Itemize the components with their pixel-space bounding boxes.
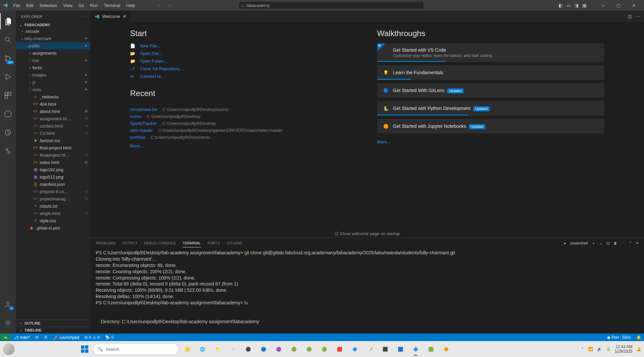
walkthrough-card[interactable]: ★Get Started with VS CodeCustomize your … xyxy=(377,43,605,62)
minimize-button[interactable]: ─ xyxy=(596,0,611,11)
menu-selection[interactable]: Selection xyxy=(37,2,60,9)
recent-item[interactable]: SportsTrackerC:\Users\unipodlp9\Desktop xyxy=(130,120,357,127)
panel-tab-gitlens[interactable]: GITLENS xyxy=(227,239,242,247)
status-radio[interactable]: 📡0 xyxy=(102,335,116,340)
status-branch[interactable]: ⎇ main* xyxy=(11,335,33,340)
menu-help[interactable]: Help xyxy=(123,2,138,9)
recent-item[interactable]: minubmwe-beC:\Users\unipodlp9\Desktop\iv… xyxy=(130,106,357,113)
recent-item[interactable]: elen-masterC:\Users\unipodlp9\Desktop\ga… xyxy=(130,127,357,134)
kill-terminal-icon[interactable]: 🗑 xyxy=(614,241,617,245)
activity-gitlens[interactable] xyxy=(0,125,16,140)
tree-file[interactable]: <>final-project.html xyxy=(16,144,90,151)
activity-source-control[interactable]: 191 xyxy=(0,50,16,66)
panel-tab-terminal[interactable]: TERMINAL xyxy=(182,239,201,247)
taskbar-notepad[interactable]: 📝 xyxy=(363,342,377,356)
menu-run[interactable]: Run xyxy=(87,2,101,9)
taskbar-volume-icon[interactable]: 🔊 xyxy=(597,347,602,351)
taskbar-explorer[interactable]: 📁 xyxy=(211,342,224,356)
walkthrough-card[interactable]: 🟠Get Started with Jupyter NotebooksUpdat… xyxy=(377,119,605,133)
tree-folder[interactable]: ›.vscode xyxy=(16,27,90,35)
taskbar-copilot[interactable]: 🟡 xyxy=(181,342,194,356)
menu-go[interactable]: Go xyxy=(76,2,87,9)
menu-edit[interactable]: Edit xyxy=(23,2,36,9)
tree-folder[interactable]: ›css xyxy=(16,57,90,64)
sidebar-section-outline[interactable]: › OUTLINE xyxy=(16,320,90,327)
close-button[interactable]: ✕ xyxy=(626,0,641,11)
recent-more-link[interactable]: More... xyxy=(130,143,143,148)
layout-panel-icon[interactable]: ▭ xyxy=(567,3,571,8)
tree-file[interactable]: ★favicon.ico xyxy=(16,137,90,144)
tree-folder[interactable]: ›images xyxy=(16,71,90,78)
activity-run-debug[interactable] xyxy=(0,69,16,85)
close-icon[interactable]: ✕ xyxy=(123,14,126,19)
taskbar-word[interactable]: 🔷 xyxy=(348,342,361,356)
start-open-folder[interactable]: 📁Open Folder... xyxy=(130,59,357,64)
walkthrough-card[interactable]: 💡Learn the Fundamentals xyxy=(377,65,605,80)
recent-item[interactable]: ivomoC:\Users\unipodlp9\Desktop xyxy=(130,113,357,120)
layout-customize-icon[interactable]: ▦ xyxy=(582,3,586,8)
taskbar-terminal[interactable]: ⬛ xyxy=(379,342,392,356)
status-problems[interactable]: ⊘0 ⚠0 xyxy=(82,335,102,340)
taskbar-dell[interactable]: ⚫ xyxy=(242,342,255,356)
tree-file[interactable]: ≡_redirects xyxy=(16,93,90,100)
terminal-dropdown-icon[interactable]: ⌄ xyxy=(599,241,602,245)
tree-file[interactable]: <>prepros-6.co…U xyxy=(16,188,90,195)
tree-folder[interactable]: ›fonts xyxy=(16,64,90,71)
taskbar-clock[interactable]: 12:41 AM 1/29/2025 xyxy=(615,344,632,354)
taskbar-wifi-icon[interactable]: 📶 xyxy=(588,347,593,351)
tree-file[interactable]: <>CV.htmlU xyxy=(16,129,90,137)
panel-more-icon[interactable]: ⋯ xyxy=(621,241,625,245)
walkthrough-card[interactable]: 🔵Get Started With GitLensUpdated xyxy=(377,83,605,98)
tree-file[interactable]: <>index.htmlM xyxy=(16,159,90,166)
activity-explorer[interactable] xyxy=(0,13,16,29)
new-terminal-icon[interactable]: ＋ xyxy=(592,241,595,246)
sidebar-more-icon[interactable]: ⋯ xyxy=(81,14,85,19)
panel-tab-output[interactable]: OUTPUT xyxy=(122,239,137,247)
tree-file[interactable]: <>projectmanag…U xyxy=(16,195,90,202)
terminal-shell-icon[interactable]: ▸ xyxy=(564,241,566,245)
taskbar-search[interactable]: 🔍 Search xyxy=(93,343,179,355)
layout-sidebar-left-icon[interactable]: ◧ xyxy=(559,3,563,8)
welcome-checkbox-row[interactable]: ☑ Show welcome page on startup xyxy=(90,230,644,237)
tree-folder[interactable]: ›scss xyxy=(16,86,90,93)
status-port[interactable]: ◉ Port : 5501 xyxy=(604,335,634,340)
tree-file[interactable]: <>about.htmlM xyxy=(16,108,90,115)
taskbar-quickbooks2[interactable]: 🟢 xyxy=(302,342,316,356)
weather-widget[interactable] xyxy=(3,343,15,355)
start-open-file[interactable]: 📂Open File... xyxy=(130,51,357,56)
sidebar-section-timeline[interactable]: › TIMELINE xyxy=(16,327,90,333)
start-git[interactable]: ⎇Clone Git Repository... xyxy=(130,66,357,71)
status-notifications[interactable]: 🔔 xyxy=(634,335,644,340)
start-new-file[interactable]: 📄New File... xyxy=(130,43,357,48)
tree-file[interactable]: <>finalproject.ht…U xyxy=(16,151,90,159)
taskbar-solidworks[interactable]: 🟥 xyxy=(333,342,346,356)
tab-welcome[interactable]: Welcome ✕ xyxy=(90,11,131,22)
start-connect[interactable]: ⇋Connect to... xyxy=(130,74,357,79)
taskbar-quickbooks3[interactable]: 🟢 xyxy=(318,342,331,356)
status-graph[interactable]: ⫚ xyxy=(41,335,51,340)
activity-settings[interactable] xyxy=(0,315,16,331)
terminal-shell-label[interactable]: powershell xyxy=(570,241,588,245)
taskbar-quickbooks1[interactable]: 🟢 xyxy=(287,342,300,356)
tree-folder[interactable]: ⌄public xyxy=(16,42,90,49)
walkthroughs-more-link[interactable]: More... xyxy=(377,139,391,144)
tree-file[interactable]: <>assignment.ht…U xyxy=(16,115,90,122)
start-button[interactable] xyxy=(79,343,91,355)
split-terminal-icon[interactable]: ◫ xyxy=(606,241,610,245)
taskbar-store[interactable]: 🛍 xyxy=(226,342,240,356)
tree-file[interactable]: ◆.gitlab-ci.yml xyxy=(16,224,90,231)
nav-forward-icon[interactable]: → xyxy=(167,3,171,8)
maximize-button[interactable]: ▢ xyxy=(611,0,626,11)
taskbar-app1[interactable]: 🟣 xyxy=(272,342,285,356)
walkthrough-card[interactable]: 🐍Get Started with Python DevelopmentUpda… xyxy=(377,101,605,116)
activity-extensions[interactable] xyxy=(0,87,16,103)
tree-file[interactable]: <>contact.htmlU xyxy=(16,122,90,129)
menu-view[interactable]: View xyxy=(61,2,75,9)
activity-search[interactable] xyxy=(0,32,16,48)
tree-file[interactable]: #style.css xyxy=(16,217,90,224)
activity-github[interactable] xyxy=(0,106,16,122)
taskbar-app2[interactable]: 🟦 xyxy=(394,342,407,356)
panel-tab-problems[interactable]: PROBLEMS xyxy=(96,239,116,247)
recent-item[interactable]: portfolioC:\Users\unipodlp9\Documents xyxy=(130,134,357,141)
taskbar-notifications-icon[interactable]: 🔔 xyxy=(636,347,641,351)
